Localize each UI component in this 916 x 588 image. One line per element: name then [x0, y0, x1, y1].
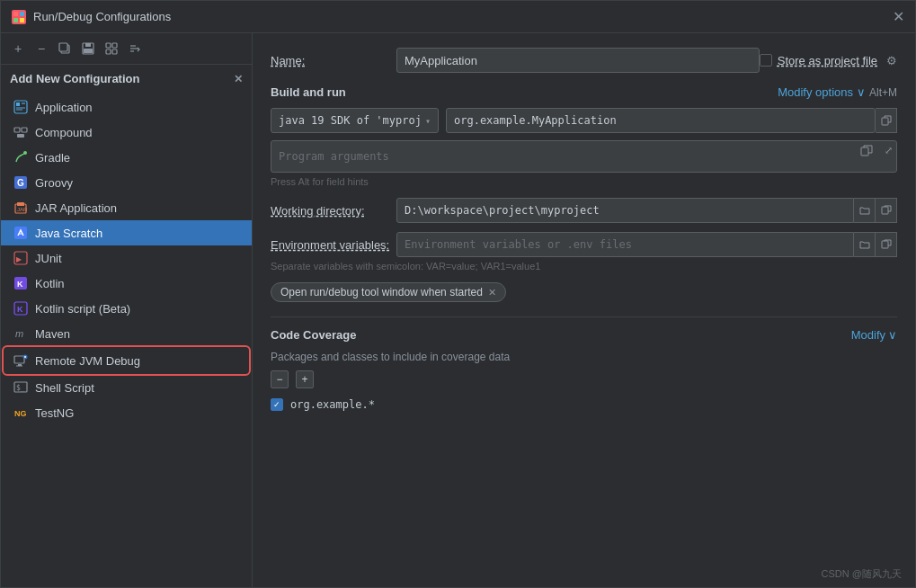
modify-options-button[interactable]: Modify options ∨ Alt+M: [778, 85, 897, 99]
sidebar-item-application[interactable]: Application: [1, 94, 252, 120]
right-panel: Name: Store as project file ⚙ Build and …: [253, 33, 915, 587]
code-coverage-section: Code Coverage Modify ∨ Packages and clas…: [271, 316, 897, 414]
sidebar-item-kotlin[interactable]: K Kotlin: [1, 271, 252, 296]
coverage-controls: − +: [271, 370, 897, 388]
sidebar-item-java-scratch[interactable]: Java Scratch: [1, 220, 252, 245]
svg-text:JAR: JAR: [17, 207, 28, 212]
store-project-container: Store as project file ⚙: [760, 54, 897, 67]
java-scratch-icon: [13, 226, 28, 240]
svg-rect-23: [17, 134, 24, 138]
maven-icon: m: [13, 326, 28, 341]
sidebar-item-label: Application: [35, 101, 93, 114]
working-dir-browse-button[interactable]: [876, 198, 897, 223]
coverage-header: Code Coverage Modify ∨: [271, 328, 897, 342]
modify-button[interactable]: Modify ∨: [851, 328, 897, 342]
sidebar-item-label: TestNG: [35, 406, 74, 420]
add-button[interactable]: +: [8, 39, 28, 58]
coverage-title: Code Coverage: [271, 328, 356, 342]
sdk-select[interactable]: java 19 SDK of 'myproj ▾: [271, 108, 439, 133]
main-class-browse-button[interactable]: [876, 108, 897, 133]
env-note: Separate variables with semicolon: VAR=v…: [271, 261, 897, 272]
coverage-item-text: org.example.*: [290, 398, 375, 411]
svg-rect-12: [112, 49, 117, 54]
svg-text:K: K: [17, 280, 23, 289]
svg-rect-21: [14, 128, 20, 132]
shell-icon: $_: [13, 380, 28, 395]
sidebar-item-label: Kotlin: [35, 277, 65, 290]
sidebar-item-label: JAR Application: [35, 201, 117, 215]
main-class-container: org.example.MyApplication: [446, 108, 897, 133]
sidebar-item-gradle[interactable]: Gradle: [1, 145, 252, 170]
panel-close-icon[interactable]: ✕: [234, 73, 243, 85]
env-vars-browse-button[interactable]: [876, 232, 897, 257]
sidebar-item-jar-application[interactable]: JAR JAR Application: [1, 195, 252, 220]
svg-rect-1: [20, 12, 24, 16]
svg-rect-17: [16, 102, 20, 106]
sidebar-item-label: Groovy: [35, 176, 73, 190]
env-vars-input[interactable]: Environment variables or .env files: [396, 232, 854, 257]
save-button[interactable]: [78, 39, 98, 58]
expand-icon[interactable]: ⤢: [885, 145, 893, 156]
svg-rect-48: [882, 118, 888, 125]
working-dir-label: Working directory:: [271, 204, 396, 218]
name-input[interactable]: [396, 48, 760, 73]
dialog-title: Run/Debug Configurations: [33, 10, 171, 23]
coverage-desc: Packages and classes to include in cover…: [271, 351, 897, 363]
svg-text:$_: $_: [16, 384, 25, 392]
close-icon[interactable]: ✕: [893, 8, 904, 25]
svg-rect-10: [112, 43, 117, 48]
settings-icon[interactable]: ⚙: [886, 54, 897, 67]
run-debug-dialog: Run/Debug Configurations ✕ + −: [0, 0, 916, 588]
sidebar-item-compound[interactable]: Compound: [1, 120, 252, 145]
name-label: Name:: [271, 54, 396, 67]
sidebar-item-groovy[interactable]: G Groovy: [1, 170, 252, 195]
copy-button[interactable]: [55, 39, 75, 58]
expand-button[interactable]: [102, 39, 121, 58]
build-run-header: Build and run Modify options ∨ Alt+M: [271, 85, 897, 99]
coverage-remove-button[interactable]: −: [271, 370, 289, 388]
main-content: + −: [1, 33, 915, 587]
nav-list: Application Compound: [1, 91, 252, 587]
svg-rect-2: [13, 18, 18, 22]
hint-text: Press Alt for field hints: [271, 176, 897, 187]
sidebar-item-maven[interactable]: m Maven: [1, 321, 252, 346]
sort-button[interactable]: [125, 39, 145, 58]
svg-rect-51: [882, 241, 888, 248]
svg-text:m: m: [15, 328, 23, 339]
env-vars-folder-button[interactable]: [854, 232, 876, 257]
working-dir-folder-button[interactable]: [854, 198, 876, 223]
open-run-debug-tag: Open run/debug tool window when started …: [271, 282, 506, 302]
svg-rect-28: [17, 202, 24, 206]
main-class-input[interactable]: org.example.MyApplication: [446, 108, 876, 133]
svg-rect-8: [84, 49, 93, 53]
sidebar-item-shell-script[interactable]: $_ Shell Script: [1, 375, 252, 400]
working-dir-input[interactable]: D:\workspace\project\myproject: [396, 198, 854, 223]
working-dir-row: Working directory: D:\workspace\project\…: [271, 198, 897, 223]
coverage-checkbox[interactable]: ✓: [271, 398, 283, 411]
sidebar-item-label: Gradle: [35, 151, 70, 165]
build-run-title: Build and run: [271, 85, 346, 99]
sidebar-item-label: Java Scratch: [35, 227, 102, 240]
sdk-value: java 19 SDK of 'myproj: [279, 114, 422, 127]
sidebar-item-label: Compound: [35, 126, 93, 139]
store-project-checkbox[interactable]: [760, 54, 772, 67]
program-args-area[interactable]: Program arguments ⤢: [271, 140, 897, 173]
svg-point-24: [23, 151, 27, 155]
env-vars-row: Environment variables: Environment varia…: [271, 232, 897, 257]
args-browse-button[interactable]: [860, 145, 873, 160]
sidebar-item-remote-jvm-debug[interactable]: Remote JVM Debug: [4, 348, 248, 373]
svg-rect-3: [20, 18, 24, 22]
compound-icon: [13, 125, 28, 139]
jar-icon: JAR: [13, 200, 28, 215]
working-dir-container: D:\workspace\project\myproject: [396, 198, 897, 223]
sidebar-item-junit[interactable]: ▶ JUnit: [1, 245, 252, 271]
coverage-add-button[interactable]: +: [296, 370, 314, 388]
remove-button[interactable]: −: [31, 39, 51, 58]
sidebar-item-label: Shell Script: [35, 381, 94, 395]
env-vars-label: Environment variables:: [271, 238, 396, 252]
svg-rect-50: [882, 207, 888, 214]
sidebar-item-testng[interactable]: NG TestNG: [1, 400, 252, 425]
svg-rect-0: [13, 12, 18, 16]
tag-close-button[interactable]: ✕: [488, 287, 496, 298]
sidebar-item-kotlin-script[interactable]: K Kotlin script (Beta): [1, 296, 252, 321]
